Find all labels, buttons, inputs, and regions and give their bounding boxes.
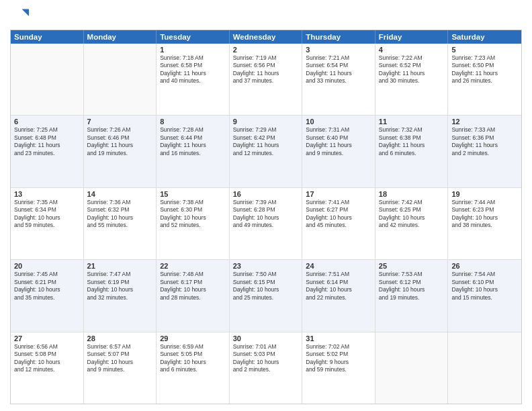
page: SundayMondayTuesdayWednesdayThursdayFrid… — [0, 0, 532, 411]
day-number: 22 — [160, 262, 226, 270]
cell-text: Sunrise: 7:50 AMSunset: 6:15 PMDaylight:… — [233, 271, 299, 302]
day-number: 17 — [306, 190, 371, 198]
cell-text: Sunrise: 7:38 AMSunset: 6:30 PMDaylight:… — [160, 199, 226, 230]
calendar-header-cell: Sunday — [11, 30, 84, 44]
cell-text: Sunrise: 7:35 AMSunset: 6:34 PMDaylight:… — [14, 199, 80, 230]
day-number: 20 — [14, 262, 80, 270]
calendar-cell: 3Sunrise: 7:21 AMSunset: 6:54 PMDaylight… — [302, 44, 375, 115]
calendar-cell — [11, 44, 84, 115]
cell-text: Sunrise: 7:26 AMSunset: 6:46 PMDaylight:… — [87, 126, 153, 157]
cell-text: Sunrise: 7:01 AMSunset: 5:03 PMDaylight:… — [233, 343, 299, 374]
calendar-cell: 29Sunrise: 6:59 AMSunset: 5:05 PMDayligh… — [157, 332, 230, 404]
day-number: 16 — [233, 190, 299, 198]
day-number: 7 — [87, 118, 153, 126]
day-number: 27 — [14, 334, 80, 342]
day-number: 5 — [451, 46, 518, 54]
day-number: 2 — [233, 46, 299, 54]
svg-rect-1 — [10, 7, 22, 26]
calendar-cell: 26Sunrise: 7:54 AMSunset: 6:10 PMDayligh… — [448, 260, 521, 331]
calendar-cell — [448, 332, 521, 404]
calendar-cell: 5Sunrise: 7:23 AMSunset: 6:50 PMDaylight… — [448, 44, 521, 115]
day-number: 19 — [451, 190, 518, 198]
calendar-cell: 8Sunrise: 7:28 AMSunset: 6:44 PMDaylight… — [157, 116, 230, 187]
calendar-cell: 2Sunrise: 7:19 AMSunset: 6:56 PMDaylight… — [230, 44, 303, 115]
cell-text: Sunrise: 7:42 AMSunset: 6:25 PMDaylight:… — [379, 199, 445, 230]
cell-text: Sunrise: 7:39 AMSunset: 6:28 PMDaylight:… — [233, 199, 299, 230]
calendar-cell: 22Sunrise: 7:48 AMSunset: 6:17 PMDayligh… — [157, 260, 230, 331]
calendar-cell: 11Sunrise: 7:32 AMSunset: 6:38 PMDayligh… — [375, 116, 449, 187]
day-number: 8 — [160, 118, 226, 126]
calendar-header-cell: Saturday — [448, 30, 521, 44]
cell-text: Sunrise: 6:59 AMSunset: 5:05 PMDaylight:… — [160, 343, 226, 374]
calendar-cell: 27Sunrise: 6:56 AMSunset: 5:08 PMDayligh… — [11, 332, 84, 404]
header — [10, 7, 522, 26]
logo-icon — [10, 7, 29, 26]
day-number: 23 — [233, 262, 299, 270]
calendar-cell: 12Sunrise: 7:33 AMSunset: 6:36 PMDayligh… — [448, 116, 521, 187]
day-number: 25 — [379, 262, 445, 270]
cell-text: Sunrise: 7:19 AMSunset: 6:56 PMDaylight:… — [233, 54, 299, 85]
calendar-cell: 9Sunrise: 7:29 AMSunset: 6:42 PMDaylight… — [230, 116, 303, 187]
calendar-cell: 25Sunrise: 7:53 AMSunset: 6:12 PMDayligh… — [375, 260, 449, 331]
calendar-header-cell: Friday — [375, 30, 449, 44]
cell-text: Sunrise: 7:53 AMSunset: 6:12 PMDaylight:… — [379, 271, 445, 302]
calendar-cell: 24Sunrise: 7:51 AMSunset: 6:14 PMDayligh… — [302, 260, 375, 331]
calendar-cell: 10Sunrise: 7:31 AMSunset: 6:40 PMDayligh… — [302, 116, 375, 187]
svg-marker-0 — [22, 9, 30, 17]
calendar-cell — [375, 332, 449, 404]
calendar-cell: 23Sunrise: 7:50 AMSunset: 6:15 PMDayligh… — [230, 260, 303, 331]
day-number: 1 — [160, 46, 226, 54]
day-number: 4 — [379, 46, 445, 54]
calendar-cell: 13Sunrise: 7:35 AMSunset: 6:34 PMDayligh… — [11, 188, 84, 259]
cell-text: Sunrise: 7:47 AMSunset: 6:19 PMDaylight:… — [87, 271, 153, 302]
calendar-header-row: SundayMondayTuesdayWednesdayThursdayFrid… — [11, 30, 521, 44]
calendar-cell: 21Sunrise: 7:47 AMSunset: 6:19 PMDayligh… — [84, 260, 157, 331]
day-number: 6 — [14, 118, 80, 126]
calendar: SundayMondayTuesdayWednesdayThursdayFrid… — [10, 30, 522, 404]
day-number: 30 — [233, 334, 299, 342]
calendar-row: 13Sunrise: 7:35 AMSunset: 6:34 PMDayligh… — [11, 188, 521, 260]
cell-text: Sunrise: 7:25 AMSunset: 6:48 PMDaylight:… — [14, 126, 80, 157]
cell-text: Sunrise: 7:29 AMSunset: 6:42 PMDaylight:… — [233, 126, 299, 157]
calendar-header-cell: Thursday — [302, 30, 375, 44]
day-number: 14 — [87, 190, 153, 198]
cell-text: Sunrise: 7:36 AMSunset: 6:32 PMDaylight:… — [87, 199, 153, 230]
calendar-cell: 14Sunrise: 7:36 AMSunset: 6:32 PMDayligh… — [84, 188, 157, 259]
day-number: 24 — [306, 262, 371, 270]
cell-text: Sunrise: 7:41 AMSunset: 6:27 PMDaylight:… — [306, 199, 371, 230]
day-number: 18 — [379, 190, 445, 198]
cell-text: Sunrise: 7:44 AMSunset: 6:23 PMDaylight:… — [451, 199, 518, 230]
day-number: 28 — [87, 334, 153, 342]
day-number: 10 — [306, 118, 371, 126]
calendar-header-cell: Monday — [84, 30, 157, 44]
calendar-header-cell: Tuesday — [157, 30, 230, 44]
cell-text: Sunrise: 6:56 AMSunset: 5:08 PMDaylight:… — [14, 343, 80, 374]
cell-text: Sunrise: 7:21 AMSunset: 6:54 PMDaylight:… — [306, 54, 371, 85]
cell-text: Sunrise: 7:18 AMSunset: 6:58 PMDaylight:… — [160, 54, 226, 85]
cell-text: Sunrise: 7:28 AMSunset: 6:44 PMDaylight:… — [160, 126, 226, 157]
calendar-body: 1Sunrise: 7:18 AMSunset: 6:58 PMDaylight… — [11, 44, 521, 404]
cell-text: Sunrise: 7:22 AMSunset: 6:52 PMDaylight:… — [379, 54, 445, 85]
calendar-cell: 6Sunrise: 7:25 AMSunset: 6:48 PMDaylight… — [11, 116, 84, 187]
logo — [10, 7, 32, 26]
day-number: 3 — [306, 46, 371, 54]
calendar-cell: 30Sunrise: 7:01 AMSunset: 5:03 PMDayligh… — [230, 332, 303, 404]
calendar-cell: 17Sunrise: 7:41 AMSunset: 6:27 PMDayligh… — [302, 188, 375, 259]
cell-text: Sunrise: 7:33 AMSunset: 6:36 PMDaylight:… — [451, 126, 518, 157]
cell-text: Sunrise: 7:51 AMSunset: 6:14 PMDaylight:… — [306, 271, 371, 302]
cell-text: Sunrise: 6:57 AMSunset: 5:07 PMDaylight:… — [87, 343, 153, 374]
calendar-header-cell: Wednesday — [230, 30, 303, 44]
calendar-cell: 7Sunrise: 7:26 AMSunset: 6:46 PMDaylight… — [84, 116, 157, 187]
calendar-cell: 20Sunrise: 7:45 AMSunset: 6:21 PMDayligh… — [11, 260, 84, 331]
calendar-cell: 19Sunrise: 7:44 AMSunset: 6:23 PMDayligh… — [448, 188, 521, 259]
cell-text: Sunrise: 7:31 AMSunset: 6:40 PMDaylight:… — [306, 126, 371, 157]
day-number: 26 — [451, 262, 518, 270]
calendar-row: 20Sunrise: 7:45 AMSunset: 6:21 PMDayligh… — [11, 260, 521, 332]
cell-text: Sunrise: 7:54 AMSunset: 6:10 PMDaylight:… — [451, 271, 518, 302]
day-number: 13 — [14, 190, 80, 198]
day-number: 9 — [233, 118, 299, 126]
calendar-cell — [84, 44, 157, 115]
calendar-row: 1Sunrise: 7:18 AMSunset: 6:58 PMDaylight… — [11, 44, 521, 116]
calendar-row: 27Sunrise: 6:56 AMSunset: 5:08 PMDayligh… — [11, 332, 521, 404]
calendar-cell: 1Sunrise: 7:18 AMSunset: 6:58 PMDaylight… — [157, 44, 230, 115]
